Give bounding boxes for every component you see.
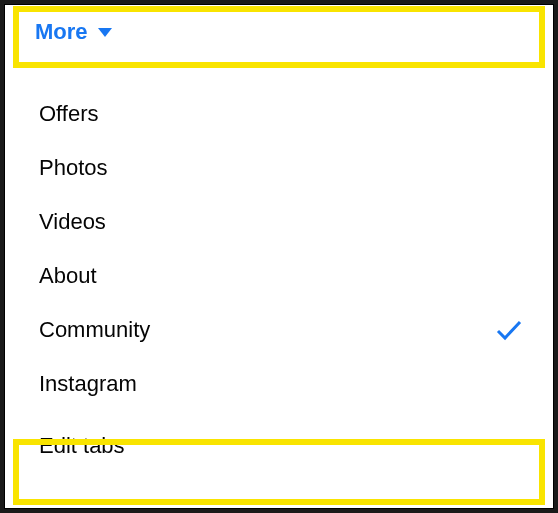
menu-item-instagram[interactable]: Instagram [5, 357, 553, 411]
menu-item-label: Videos [39, 209, 106, 235]
menu-item-label: Photos [39, 155, 108, 181]
dropdown-panel: More Offers Photos Videos About Communit… [4, 4, 554, 509]
caret-down-icon [98, 28, 112, 37]
menu-item-about[interactable]: About [5, 249, 553, 303]
menu-item-label: Community [39, 317, 150, 343]
menu-item-label: Edit tabs [39, 433, 125, 459]
menu-list: Offers Photos Videos About Community Ins… [5, 63, 553, 481]
more-label: More [35, 19, 88, 45]
menu-item-edit-tabs[interactable]: Edit tabs [5, 411, 553, 481]
more-dropdown-trigger[interactable]: More [5, 5, 553, 63]
menu-item-photos[interactable]: Photos [5, 141, 553, 195]
menu-item-label: Instagram [39, 371, 137, 397]
menu-item-videos[interactable]: Videos [5, 195, 553, 249]
check-icon [495, 319, 523, 341]
menu-item-community[interactable]: Community [5, 303, 553, 357]
menu-item-offers[interactable]: Offers [5, 87, 553, 141]
menu-item-label: About [39, 263, 97, 289]
menu-item-label: Offers [39, 101, 99, 127]
